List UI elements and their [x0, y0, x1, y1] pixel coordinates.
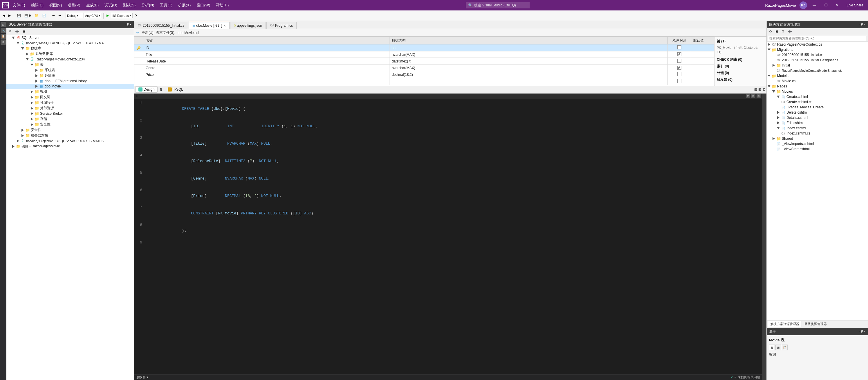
expand-edit-cshtml[interactable] [776, 121, 781, 125]
add-line-btn[interactable]: + [136, 94, 138, 98]
expand-system-tables[interactable] [34, 68, 39, 72]
collapse-icon[interactable]: ⊞ [758, 87, 761, 91]
tree-project-razor[interactable]: 📁 项目 - RazorPagesMovie [6, 144, 134, 149]
tree-pages-movies-create[interactable]: 📄 _Pages_Movies_Create [767, 105, 868, 110]
expand-details-cshtml[interactable] [776, 115, 781, 120]
solution-settings-btn[interactable]: ⚙ [780, 29, 786, 34]
table-row-title[interactable]: Title nvarchar(MAX) ✓ [134, 52, 714, 58]
menu-analyze[interactable]: 分析(N) [140, 2, 156, 8]
expand-create-cshtml[interactable] [776, 94, 781, 99]
solution-refresh-btn[interactable]: ⟳ [768, 29, 773, 34]
tree-ef-history[interactable]: ▦ dbo.__EFMigrationsHistory [6, 79, 134, 84]
expand-delete-cshtml[interactable] [776, 110, 781, 115]
expand-ef-history[interactable] [34, 79, 39, 83]
prop-tab-sort[interactable]: ⇅ [769, 345, 775, 350]
tree-synonyms[interactable]: 📁 同义词 [6, 94, 134, 100]
tree-movie-cs[interactable]: C# Movie.cs [767, 79, 868, 84]
expand-storage[interactable] [30, 117, 34, 121]
expand-databases[interactable] [20, 46, 25, 51]
prop-tab-props[interactable]: 📋 [782, 345, 787, 350]
expand-tables[interactable] [30, 62, 34, 67]
prop-tab-cat[interactable]: ⊞ [775, 345, 781, 350]
menu-extensions[interactable]: 扩展(X) [177, 2, 192, 8]
menu-project[interactable]: 项目(P) [66, 2, 82, 8]
tree-pages[interactable]: 📁 Pages [767, 84, 868, 89]
code-icon-1[interactable]: ⊟ [746, 94, 750, 98]
expand-index-cshtml[interactable] [776, 126, 781, 130]
tree-initial-cs2[interactable]: C# 20190609015155_Initial.cs [767, 52, 868, 58]
sql-scrollbar[interactable] [763, 93, 767, 380]
tree-details-cshtml[interactable]: 📄 Details.cshtml [767, 115, 868, 120]
expand-ext-tables[interactable] [34, 74, 39, 78]
sidebar-icon-1[interactable]: ⊞ [1, 22, 6, 27]
tree-razor-ctx[interactable]: 🗄 RazorPagesMovieContext-1234 [6, 57, 134, 62]
toolbar-new[interactable]: 📄 [41, 13, 48, 18]
update-button[interactable]: 更新(U) [142, 30, 154, 35]
col-null-id[interactable] [668, 45, 691, 52]
expand-dbo-movie[interactable] [34, 84, 39, 89]
table-row-id[interactable]: 🔑 ID int [134, 45, 714, 52]
tree-dbo-movie[interactable]: ▦ dbo.Movie [6, 84, 134, 89]
code-icon-2[interactable]: ⊞ [751, 94, 755, 98]
tree-ext-resources[interactable]: 📁 外部资源 [6, 106, 134, 111]
tree-localdb[interactable]: 🗄 (localdb)\MSSQLLocalDB (SQL Server 13.… [6, 40, 134, 46]
code-icon-3[interactable]: ⊠ [756, 94, 761, 98]
tree-storage[interactable]: 📁 存储 [6, 116, 134, 122]
expand-movies-folder[interactable] [771, 89, 776, 94]
table-row-empty[interactable] [134, 78, 714, 85]
tab-dbo-movie-close[interactable]: ✕ [223, 24, 226, 27]
checkbox-releasedate[interactable] [677, 59, 681, 63]
tree-sql-server[interactable]: 🗄 SQL Server [6, 35, 134, 40]
expand-synonyms[interactable] [30, 95, 34, 100]
sql-code-editor[interactable]: 1 CREATE TABLE [dbo].[Movie] ( 2 [ID] IN… [134, 99, 763, 374]
tree-initial-designer[interactable]: C# 20190609015155_Initial.Designer.cs [767, 58, 868, 63]
expand-programmability[interactable] [30, 100, 34, 105]
tree-viewstart[interactable]: 📄 _ViewStart.cshtml [767, 146, 868, 152]
toolbar-save[interactable]: 💾 [16, 13, 22, 18]
tree-system-db[interactable]: 📁 系统数据库 [6, 51, 134, 57]
sidebar-icon-2[interactable]: 🔧 [1, 28, 6, 33]
tab-appsettings[interactable]: {} appsettings.json [230, 22, 266, 29]
toolbar-redo[interactable]: ↪ [57, 13, 62, 18]
tree-delete-cshtml[interactable]: 📄 Delete.cshtml [767, 110, 868, 115]
user-avatar[interactable]: PZ [800, 1, 807, 9]
zoom-dropdown[interactable]: ▾ [147, 375, 148, 379]
checkbox-price[interactable] [677, 72, 681, 76]
table-row-releasedate[interactable]: ReleaseDate datetime2(7) [134, 58, 714, 65]
tree-model-snapshot[interactable]: C# RazorPagesMovieContextModelSnapshot. [767, 68, 868, 73]
toolbar-open[interactable]: 📁 [33, 13, 40, 18]
expand-initial-folder[interactable] [771, 63, 776, 68]
menu-tools[interactable]: 工具(T) [158, 2, 174, 8]
expand-security-db[interactable] [30, 122, 34, 127]
tab-dbo-movie-design[interactable]: ▦ dbo.Movie [设计] ✕ [189, 22, 229, 29]
maximize-button[interactable]: ❐ [822, 3, 830, 8]
live-share-button[interactable]: Live Share [844, 3, 866, 8]
expand-security[interactable] [20, 128, 25, 133]
tree-databases[interactable]: 📁 数据库 [6, 46, 134, 51]
solution-add-btn[interactable]: ➕ [786, 29, 794, 34]
expand-project-razor[interactable] [11, 144, 16, 149]
checkbox-title[interactable]: ✓ [677, 52, 681, 56]
tree-index-cs[interactable]: C# Index.cshtml.cs [767, 131, 868, 136]
tree-server-objects[interactable]: 📁 服务器对象 [6, 133, 134, 138]
tree-projectsv13[interactable]: 🗄 (localdb)\ProjectsV13 (SQL Server 13.0… [6, 138, 134, 144]
close-button[interactable]: ✕ [834, 3, 841, 8]
tab-design[interactable]: D Design [135, 86, 158, 93]
tree-initial-folder[interactable]: 📁 Initial [767, 63, 868, 68]
expand-razor-ctx-cs[interactable] [767, 42, 771, 47]
expand-service-broker[interactable] [30, 111, 34, 116]
expand-migrations[interactable] [767, 47, 771, 52]
col-null-title[interactable]: ✓ [668, 52, 691, 58]
tree-shared[interactable]: 📁 Shared [767, 136, 868, 141]
expand-razor-ctx[interactable] [25, 57, 30, 62]
tree-movies-folder[interactable]: 📁 Movies [767, 89, 868, 94]
refresh-button[interactable]: ⟳ [133, 13, 139, 18]
tree-security-db[interactable]: 📁 安全性 [6, 122, 134, 127]
team-explorer-tab[interactable]: 团队资源管理器 [802, 321, 829, 327]
tree-create-cshtml[interactable]: 📄 Create.cshtml [767, 94, 868, 99]
expand-shared[interactable] [771, 136, 776, 141]
tree-programmability[interactable]: 📁 可编程性 [6, 100, 134, 106]
tree-razor-ctx-cs[interactable]: C# RazorPagesMovieContext.cs [767, 42, 868, 47]
checkbox-id[interactable] [677, 45, 681, 49]
menu-view[interactable]: 视图(V) [48, 2, 64, 8]
